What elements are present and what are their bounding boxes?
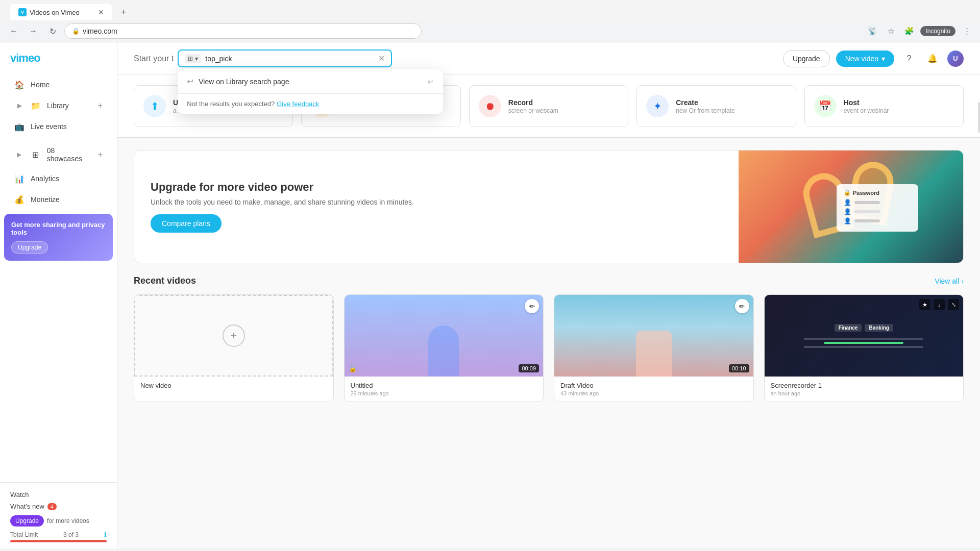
toolbar-actions: 📡 ☆ 🧩 Incognito ⋮ bbox=[865, 24, 974, 38]
sidebar-item-home[interactable]: 🏠 Home bbox=[4, 74, 113, 95]
limit-info-icon[interactable]: ℹ bbox=[104, 531, 107, 538]
header-start-text: Start your t bbox=[134, 54, 174, 63]
create-icon: ✦ bbox=[646, 95, 669, 117]
cast-icon[interactable]: 📡 bbox=[865, 24, 879, 38]
browser-tab[interactable]: V Videos on Vimeo ✕ bbox=[10, 4, 112, 20]
incognito-badge[interactable]: Incognito bbox=[920, 26, 955, 36]
sidebar-watch[interactable]: Watch bbox=[10, 489, 107, 500]
action-card-create[interactable]: ✦ Create new Or from template bbox=[636, 85, 796, 127]
view-all-button[interactable]: View all › bbox=[935, 277, 964, 285]
search-dropdown: ↩ View on Library search page ↵ Not the … bbox=[178, 69, 443, 114]
showcases-add-icon[interactable]: + bbox=[98, 150, 103, 159]
finance-tags: Finance Banking bbox=[835, 324, 893, 332]
close-tab-button[interactable]: ✕ bbox=[98, 8, 104, 16]
video-card-untitled[interactable]: 🔒 ✏ 00:09 Untitled 29 minutes ago bbox=[344, 294, 544, 402]
sidebar-whats-new[interactable]: What's new 4 bbox=[10, 500, 107, 512]
sidebar-item-live-events[interactable]: 📺 Live events bbox=[4, 116, 113, 137]
add-video-icon: + bbox=[223, 324, 245, 347]
search-feedback: Not the results you expected? Give feedb… bbox=[178, 94, 443, 114]
video-action-icon-1[interactable]: ✏ bbox=[525, 299, 539, 313]
tab-favicon: V bbox=[18, 8, 27, 16]
help-icon[interactable]: ? bbox=[900, 50, 918, 67]
live-events-icon: 📺 bbox=[14, 121, 24, 132]
password-row-3: 👤 bbox=[844, 217, 911, 224]
refresh-button[interactable]: ↻ bbox=[45, 23, 60, 39]
address-bar[interactable]: 🔒 vimeo.com bbox=[64, 23, 422, 39]
sidebar-item-monetize[interactable]: 💰 Monetize bbox=[4, 189, 113, 210]
search-input[interactable] bbox=[205, 55, 374, 63]
password-dot-1 bbox=[854, 201, 880, 204]
sidebar-bottom: Watch What's new 4 Upgrade for more vide… bbox=[0, 482, 117, 548]
upgrade-small-button[interactable]: Upgrade bbox=[10, 515, 44, 527]
create-sub: new Or from template bbox=[676, 107, 734, 114]
forward-button[interactable]: → bbox=[26, 23, 41, 39]
record-bold: Record bbox=[508, 98, 533, 107]
untitled-video-info: Untitled 29 minutes ago bbox=[345, 377, 544, 402]
finance-bar-3 bbox=[804, 346, 923, 348]
password-row-1: 👤 bbox=[844, 199, 911, 206]
search-clear-icon[interactable]: ✕ bbox=[378, 54, 385, 63]
record-sub: screen or webcam bbox=[508, 107, 558, 114]
recent-title: Recent videos bbox=[134, 276, 196, 286]
search-wrapper: ⊞ ▾ ✕ ↩ View on Library search page ↵ bbox=[178, 49, 392, 67]
upgrade-button[interactable]: Upgrade bbox=[783, 50, 830, 67]
progress-fill bbox=[10, 540, 107, 542]
sidebar-upgrade-box[interactable]: Get more sharing and privacy tools Upgra… bbox=[4, 214, 113, 261]
view-library-item[interactable]: ↩ View on Library search page ↵ bbox=[178, 69, 443, 93]
untitled-video-thumb: 🔒 ✏ 00:09 bbox=[345, 295, 544, 377]
user-avatar[interactable]: U bbox=[947, 51, 964, 67]
search-filter-icon[interactable]: ⊞ ▾ bbox=[185, 54, 201, 63]
sidebar-upgrade-row: Upgrade for more videos bbox=[10, 515, 107, 527]
untitled-video-title: Untitled bbox=[351, 382, 537, 389]
extension-icon[interactable]: 🧩 bbox=[902, 24, 916, 38]
whats-new-label: What's new bbox=[10, 503, 44, 510]
video-grid: + New video 🔒 ✏ 00:09 bbox=[134, 294, 964, 402]
password-label: Password bbox=[853, 190, 879, 196]
notification-icon[interactable]: 🔔 bbox=[924, 50, 941, 67]
lock-badge-icon: 🔒 bbox=[349, 365, 357, 372]
sidebar-upgrade-button[interactable]: Upgrade bbox=[11, 241, 48, 254]
browser-toolbar: ← → ↻ 🔒 vimeo.com 📡 ☆ 🧩 Incognito ⋮ bbox=[0, 20, 980, 42]
video-card-new[interactable]: + New video bbox=[134, 294, 334, 402]
draft-video-info: Draft Video 43 minutes ago bbox=[554, 377, 753, 402]
draft-video-time: 43 minutes ago bbox=[560, 390, 747, 396]
back-button[interactable]: ← bbox=[6, 23, 21, 39]
sidebar-item-analytics-label: Analytics bbox=[31, 174, 59, 183]
screenrecorder-thumb: Finance Banking ★ ↓ ⤡ bbox=[765, 295, 964, 377]
sidebar-nav: 🏠 Home ▶ 📁 Library + 📺 Live events ▶ ⊞ 0… bbox=[0, 74, 117, 482]
menu-icon[interactable]: ⋮ bbox=[960, 24, 974, 38]
monetize-icon: 💰 bbox=[14, 194, 24, 205]
person-thumbnail-1 bbox=[345, 295, 544, 377]
video-card-draft[interactable]: ✏ 00:10 Draft Video 43 minutes ago bbox=[554, 294, 754, 402]
screenrecorder-info: Screenrecorder 1 an hour ago bbox=[765, 377, 964, 402]
record-text: Record screen or webcam bbox=[508, 98, 558, 114]
total-limit-section: Total Limit 3 of 3 ℹ bbox=[10, 531, 107, 542]
analytics-icon: 📊 bbox=[14, 173, 24, 184]
sidebar-item-showcases[interactable]: ▶ ⊞ 08 showcases + bbox=[4, 141, 113, 168]
action-card-host[interactable]: 📅 Host event or webinar bbox=[804, 85, 964, 127]
new-video-button[interactable]: New video ▾ bbox=[836, 51, 894, 67]
video-action-icon-2[interactable]: ✏ bbox=[735, 299, 749, 313]
chevron-down-icon: ▾ bbox=[881, 55, 885, 63]
action-card-record[interactable]: ⏺ Record screen or webcam bbox=[469, 85, 628, 127]
view-all-label: View all bbox=[935, 277, 959, 285]
library-add-icon[interactable]: + bbox=[98, 101, 103, 110]
bookmark-icon[interactable]: ☆ bbox=[884, 24, 898, 38]
compare-plans-button[interactable]: Compare plans bbox=[151, 214, 222, 233]
finance-bar-1 bbox=[804, 338, 923, 340]
library-search-icon: ↩ bbox=[187, 77, 193, 86]
sidebar-item-analytics[interactable]: 📊 Analytics bbox=[4, 168, 113, 189]
upgrade-banner-desc: Unlock the tools you need to make, manag… bbox=[151, 198, 722, 206]
sidebar-item-library[interactable]: ▶ 📁 Library + bbox=[4, 95, 113, 116]
recent-section: Recent videos View all › + New video bbox=[117, 276, 980, 418]
video-card-screenrecorder[interactable]: Finance Banking ★ ↓ ⤡ bbox=[764, 294, 964, 402]
new-tab-button[interactable]: + bbox=[116, 5, 131, 19]
sidebar-item-live-events-label: Live events bbox=[31, 122, 67, 131]
give-feedback-link[interactable]: Give feedback bbox=[277, 100, 319, 108]
draft-video-thumb: ✏ 00:10 bbox=[554, 295, 753, 377]
person-icon: 👤 bbox=[844, 199, 851, 206]
host-icon: 📅 bbox=[814, 95, 837, 117]
home-icon: 🏠 bbox=[14, 80, 24, 90]
lock-icon: 🔒 bbox=[72, 28, 80, 35]
search-box[interactable]: ⊞ ▾ ✕ bbox=[178, 49, 392, 67]
